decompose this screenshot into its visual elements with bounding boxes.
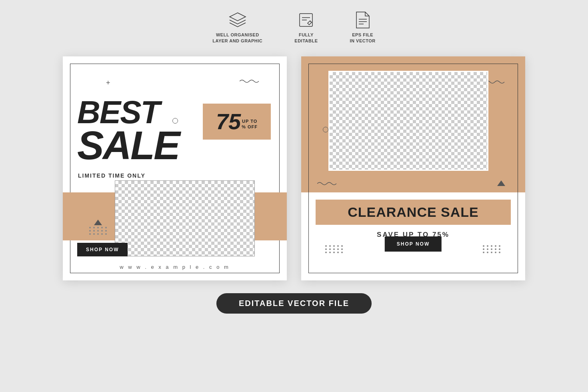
deco-dots-1 (89, 227, 108, 235)
card1-website: w w w . e x a m p l e . c o m (63, 264, 287, 270)
feature-layers: WELL ORGANISED LAYER AND GRAPHIC (212, 11, 262, 44)
feature-edit-label: FULLY EDITABLE (294, 32, 318, 44)
card-best-sale: + × BEST SALE LIMITED TIME ONLY 75 UP TO… (63, 56, 287, 280)
layers-icon (229, 11, 246, 29)
card2-dots-left (325, 245, 344, 253)
card1-subtitle: LIMITED TIME ONLY (78, 172, 146, 179)
card2-dots-right (483, 245, 501, 253)
bottom-label: EDITABLE VECTOR FILE (216, 293, 372, 314)
discount-number: 75 (216, 110, 241, 133)
card1-photo-placeholder (115, 180, 255, 256)
eps-icon (354, 11, 372, 29)
deco-plus-1: + (106, 79, 110, 87)
card1-title-sale: SALE (77, 125, 179, 165)
feature-layers-label: WELL ORGANISED LAYER AND GRAPHIC (212, 32, 262, 44)
feature-eps: EPS FILE IN VECTOR (350, 11, 376, 44)
discount-off: % OFF (242, 124, 258, 130)
bottom-label-text: EDITABLE VECTOR FILE (239, 299, 349, 308)
card1-checker (115, 181, 254, 256)
card2-shop-button[interactable]: SHOP NOW (385, 236, 442, 252)
card1-shop-button[interactable]: SHOP NOW (77, 243, 128, 256)
svg-line-4 (310, 21, 312, 22)
edit-icon (297, 11, 315, 29)
feature-edit: FULLY EDITABLE (294, 11, 318, 44)
card-clearance-sale: CLEARANCE SALE SAVE UP TO 75% SHOP NOW (301, 56, 525, 280)
feature-eps-label: EPS FILE IN VECTOR (350, 32, 376, 44)
card1-discount-badge: 75 UP TO % OFF (203, 104, 271, 140)
feature-bar: WELL ORGANISED LAYER AND GRAPHIC FULLY E… (0, 0, 588, 52)
svg-marker-0 (230, 13, 246, 21)
deco-triangle-1 (94, 220, 102, 225)
cards-container: + × BEST SALE LIMITED TIME ONLY 75 UP TO… (63, 52, 525, 280)
deco-wave-1 (240, 78, 260, 84)
discount-upto: UP TO (242, 119, 258, 124)
